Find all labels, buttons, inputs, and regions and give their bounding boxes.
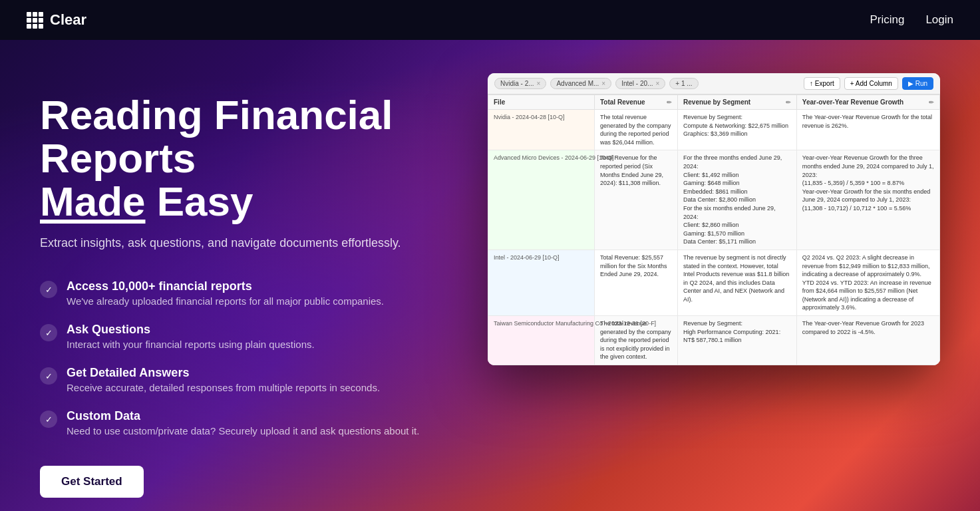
feature-desc-1: Interact with your financial reports usi…	[67, 339, 315, 350]
cell-file-2: Intel - 2024-06-29 [10-Q]	[488, 250, 595, 315]
check-icon-0: ✓	[40, 281, 57, 298]
hero-subtitle: Extract insights, ask questions, and nav…	[40, 236, 426, 250]
hero-title-easy: Easy	[157, 178, 253, 224]
cell-yoy-3: The Year-over-Year Revenue Growth for 20…	[796, 316, 939, 365]
logo[interactable]: Clear	[27, 11, 86, 29]
hero-title-made: Made	[40, 178, 145, 224]
feature-desc-3: Need to use custom/private data? Securel…	[67, 425, 419, 436]
hero-title-line1: Reading Financial Reports	[40, 92, 393, 181]
dashboard-table: File Total Revenue ✏ Revenue by Segment …	[488, 94, 940, 365]
cell-segment-1: For the three months ended June 29, 2024…	[678, 150, 797, 250]
feature-desc-2: Receive accurate, detailed responses fro…	[67, 382, 380, 393]
cell-revenue-0: The total revenue generated by the compa…	[595, 110, 678, 150]
pricing-link[interactable]: Pricing	[870, 13, 904, 27]
feature-title-3: Custom Data	[67, 409, 419, 423]
feature-list: ✓ Access 10,000+ financial reports We've…	[40, 279, 426, 436]
cell-revenue-1: Total Revenue for the reported period (S…	[595, 150, 678, 250]
feature-item-3: ✓ Custom Data Need to use custom/private…	[40, 409, 426, 436]
cell-file-0: Nvidia - 2024-04-28 [10-Q]	[488, 110, 595, 150]
cell-revenue-2: Total Revenue: $25,557 million for the S…	[595, 250, 678, 315]
dash-tag-more[interactable]: + 1 ...	[669, 78, 698, 89]
login-link[interactable]: Login	[925, 13, 953, 27]
cell-yoy-0: The Year-over-Year Revenue Growth for th…	[796, 110, 939, 150]
dash-tags: Nvidia - 2... × Advanced M... × Intel - …	[494, 78, 699, 89]
dash-tag-1[interactable]: Advanced M... ×	[550, 78, 611, 89]
cell-file-3: Taiwan Semiconductor Manufacturing Co - …	[488, 316, 595, 365]
table-row-2: Intel - 2024-06-29 [10-Q] Total Revenue:…	[488, 250, 940, 315]
dash-tag-2[interactable]: Intel - 20... ×	[615, 78, 665, 89]
run-button[interactable]: ▶ Run	[902, 77, 933, 90]
feature-title-1: Ask Questions	[67, 323, 315, 337]
col-header-yoy: Year-over-Year Revenue Growth ✏	[796, 95, 939, 110]
feature-title-2: Get Detailed Answers	[67, 366, 380, 380]
export-button[interactable]: ↑ Export	[804, 77, 840, 90]
add-column-button[interactable]: + Add Column	[844, 77, 898, 90]
cell-revenue-3: The total revenue generated by the compa…	[595, 316, 678, 365]
dashboard-mock: Nvidia - 2... × Advanced M... × Intel - …	[488, 73, 940, 365]
hero-section: Reading Financial Reports Made Easy Extr…	[0, 40, 980, 511]
col-header-revenue: Total Revenue ✏	[595, 95, 678, 110]
hero-right: Nvidia - 2... × Advanced M... × Intel - …	[426, 80, 940, 365]
feature-item-0: ✓ Access 10,000+ financial reports We've…	[40, 279, 426, 307]
dash-toolbar: Nvidia - 2... × Advanced M... × Intel - …	[488, 73, 940, 94]
cell-segment-3: Revenue by Segment: High Performance Com…	[678, 316, 797, 365]
col-header-file: File	[488, 95, 595, 110]
feature-item-2: ✓ Get Detailed Answers Receive accurate,…	[40, 366, 426, 393]
table-row-0: Nvidia - 2024-04-28 [10-Q] The total rev…	[488, 110, 940, 150]
dash-toolbar-right: ↑ Export + Add Column ▶ Run	[804, 77, 933, 90]
get-started-button[interactable]: Get Started	[40, 466, 144, 498]
hero-left: Reading Financial Reports Made Easy Extr…	[40, 80, 426, 498]
navbar: Clear Pricing Login	[0, 0, 980, 40]
cell-file-1: Advanced Micro Devices - 2024-06-29 [10-…	[488, 150, 595, 250]
cell-segment-0: Revenue by Segment: Compute & Networking…	[678, 110, 797, 150]
check-icon-3: ✓	[40, 411, 57, 428]
cell-yoy-2: Q2 2024 vs. Q2 2023: A slight decrease i…	[796, 250, 939, 315]
col-header-segment: Revenue by Segment ✏	[678, 95, 797, 110]
hero-title: Reading Financial Reports Made Easy	[40, 93, 426, 223]
logo-text: Clear	[50, 11, 86, 29]
dash-tag-0[interactable]: Nvidia - 2... ×	[494, 78, 546, 89]
feature-title-0: Access 10,000+ financial reports	[67, 279, 384, 293]
cell-segment-2: The revenue by segment is not directly s…	[678, 250, 797, 315]
table-row-1: Advanced Micro Devices - 2024-06-29 [10-…	[488, 150, 940, 250]
cell-yoy-1: Year-over-Year Revenue Growth for the th…	[796, 150, 939, 250]
feature-item-1: ✓ Ask Questions Interact with your finan…	[40, 323, 426, 350]
check-icon-1: ✓	[40, 324, 57, 341]
table-row-3: Taiwan Semiconductor Manufacturing Co - …	[488, 316, 940, 365]
nav-links: Pricing Login	[870, 13, 953, 27]
logo-grid-icon	[27, 12, 43, 29]
feature-desc-0: We've already uploaded financial reports…	[67, 295, 384, 307]
check-icon-2: ✓	[40, 367, 57, 385]
